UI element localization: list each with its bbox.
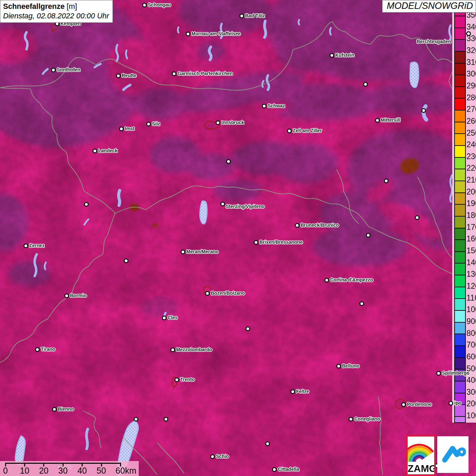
- city-label: Zell am Ziller: [293, 128, 322, 133]
- city-dot: [119, 126, 124, 131]
- legend-value-label: 800: [466, 328, 476, 338]
- city-dot: [226, 159, 231, 164]
- city-dot: [172, 71, 176, 76]
- legend-color-segment: [455, 345, 465, 357]
- city-dot: [401, 402, 406, 407]
- legend-color-segment: [455, 404, 465, 416]
- legend-value-label: 3100: [466, 57, 476, 67]
- legend-color-segment: [455, 28, 465, 39]
- legend-value-label: 700: [466, 340, 476, 350]
- city-label: Innsbruck: [221, 120, 244, 125]
- legend-color-segment: [455, 357, 465, 369]
- legend-color-segment: [455, 16, 465, 28]
- legend-color-segment: [455, 51, 465, 63]
- map-title: Schneefallgrenze [m]: [3, 2, 109, 11]
- city-dot: [272, 467, 277, 472]
- legend-value-label: 3000: [466, 69, 476, 79]
- city-dot: [124, 258, 129, 263]
- partner-logo: [437, 436, 469, 473]
- city-label: Kufstein: [335, 52, 354, 58]
- city-dot: [174, 377, 179, 382]
- city-dot: [466, 31, 471, 36]
- legend-value-label: 1900: [466, 199, 476, 208]
- city-dot: [162, 316, 167, 320]
- city-dot: [116, 73, 121, 78]
- legend-color-segment: [455, 334, 465, 345]
- city-dot: [186, 32, 190, 36]
- city-dot: [142, 3, 147, 7]
- legend-color-segment: [455, 110, 465, 122]
- title-parameter: Schneefallgrenze: [3, 2, 65, 11]
- legend-color-segment: [455, 251, 465, 263]
- city-dot: [324, 278, 329, 283]
- legend-color-segment: [455, 181, 465, 192]
- city-label: Murnau am Staffelsee: [191, 31, 241, 36]
- city-label: Bozen/Bolzano: [211, 290, 245, 296]
- city-dot: [436, 371, 441, 376]
- city-dot: [375, 118, 380, 123]
- city-label: ipo: [454, 400, 461, 406]
- city-label: Bienno: [58, 406, 74, 412]
- legend-value-label: 2900: [466, 81, 476, 90]
- legend-color-segment: [455, 157, 465, 169]
- city-label: Berchtesgaden: [417, 39, 451, 44]
- snowgrid-map-page: SchongauBad TölzKemptenMurnau am Staffel…: [0, 0, 476, 476]
- legend-value-label: 2700: [466, 105, 476, 114]
- city-label: Feltre: [296, 389, 309, 394]
- city-dot: [220, 202, 225, 206]
- city-dot: [92, 149, 97, 153]
- scalebar-label: 20: [39, 466, 49, 476]
- city-label: Belluno: [342, 363, 359, 369]
- city-label: Spilimbergo: [442, 370, 470, 376]
- city-dot: [146, 122, 151, 126]
- model-label: MODEL/SNOWGRiD: [382, 0, 476, 13]
- city-dot: [164, 417, 168, 422]
- legend-color-segment: [455, 122, 465, 134]
- city-dot: [210, 454, 215, 459]
- legend-color-segment: [455, 287, 465, 299]
- city-dot: [287, 129, 292, 133]
- scalebar-label: 40: [78, 466, 87, 476]
- legend-value-label: 2300: [466, 152, 476, 161]
- map-datetime: Dienstag, 02.08.2022 00:00 Uhr: [3, 11, 109, 21]
- city-dot: [245, 326, 250, 331]
- legend-value-label: 1800: [466, 211, 476, 220]
- city-label: Brixen/Bressanone: [259, 239, 303, 245]
- city-dot: [52, 407, 57, 412]
- legend-value-label: 1000: [466, 305, 476, 314]
- city-label: Sonthofen: [57, 67, 80, 72]
- elevation-legend: 3500340033003200310030002900280027002600…: [452, 10, 476, 423]
- city-label: Cittadella: [278, 466, 299, 472]
- title-box: Schneefallgrenze [m] Dienstag, 02.08.202…: [0, 0, 113, 23]
- city-dot: [181, 250, 185, 254]
- legend-value-label: 1700: [466, 222, 476, 232]
- zamg-logo: ZAMG: [406, 435, 436, 476]
- legend-value-label: 1600: [466, 234, 476, 243]
- city-label: Schwaz: [268, 103, 285, 108]
- legend-color-segment: [455, 63, 465, 75]
- scalebar-label: 60km: [116, 466, 136, 476]
- city-dot: [262, 104, 267, 108]
- city-dot: [265, 441, 270, 446]
- legend-color-segment: [455, 145, 465, 157]
- city-dot: [421, 108, 426, 113]
- city-dot: [295, 223, 300, 228]
- city-label: Conegliano: [354, 416, 380, 422]
- city-label: Bad Tölz: [245, 13, 265, 18]
- city-dot: [170, 347, 175, 352]
- scalebar-label: 10: [20, 466, 29, 476]
- city-dot: [205, 291, 210, 296]
- legend-color-segment: [455, 216, 465, 228]
- city-label: Garmisch-Partenkirchen: [177, 71, 233, 76]
- legend-color-segment: [455, 169, 465, 181]
- city-label: Landeck: [98, 148, 118, 153]
- legend-value-label: 200: [466, 399, 476, 408]
- city-dot: [329, 53, 334, 58]
- legend-value-label: 2500: [466, 128, 476, 137]
- city-label: Reutte: [122, 73, 137, 78]
- city-label: Cles: [168, 315, 178, 320]
- legend-value-label: 1100: [466, 293, 476, 302]
- legend-color-segment: [455, 204, 465, 216]
- legend-color-segment: [455, 298, 465, 310]
- legend-color-segment: [455, 310, 465, 322]
